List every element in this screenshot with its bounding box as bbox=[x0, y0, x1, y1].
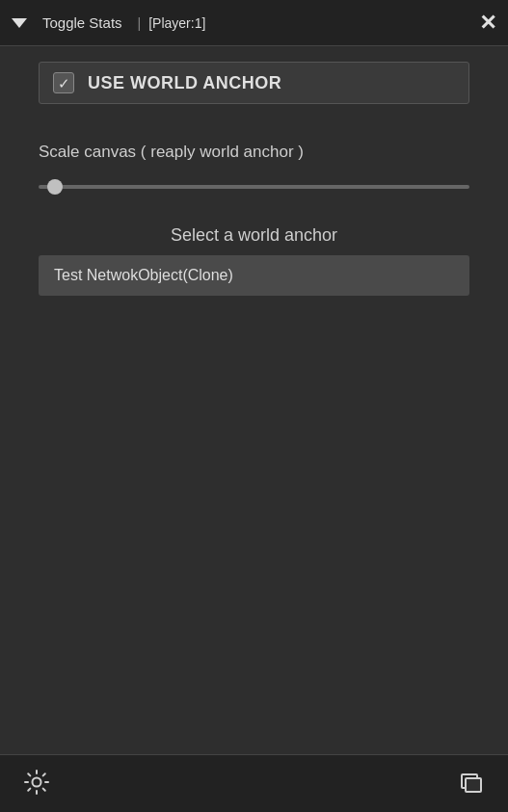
scale-canvas-title: Scale canvas ( reaply world anchor ) bbox=[39, 143, 469, 162]
toggle-stats-button[interactable]: Toggle Stats bbox=[35, 11, 130, 35]
copy-icon[interactable] bbox=[458, 769, 485, 799]
svg-point-0 bbox=[33, 777, 41, 786]
header: Toggle Stats | [Player:1] ✕ bbox=[0, 0, 508, 46]
gear-icon[interactable] bbox=[23, 769, 50, 799]
select-anchor-title: Select a world anchor bbox=[39, 225, 469, 246]
close-button[interactable]: ✕ bbox=[479, 13, 496, 34]
main-content: ✓ USE WORLD ANCHOR Scale canvas ( reaply… bbox=[0, 46, 508, 311]
header-left: Toggle Stats | [Player:1] bbox=[12, 11, 205, 35]
scale-slider-container bbox=[39, 177, 469, 196]
player-label: [Player:1] bbox=[148, 15, 205, 31]
scale-canvas-section: Scale canvas ( reaply world anchor ) bbox=[39, 143, 469, 196]
use-world-anchor-row[interactable]: ✓ USE WORLD ANCHOR bbox=[39, 62, 469, 104]
scale-canvas-slider[interactable] bbox=[39, 185, 469, 189]
footer bbox=[0, 754, 508, 812]
use-world-anchor-label: USE WORLD ANCHOR bbox=[88, 73, 281, 93]
svg-rect-2 bbox=[466, 778, 481, 792]
checkbox-check-icon: ✓ bbox=[58, 76, 70, 91]
use-world-anchor-checkbox[interactable]: ✓ bbox=[53, 72, 74, 93]
select-anchor-section: Select a world anchor Test NetwokObject(… bbox=[39, 225, 469, 296]
header-separator: | bbox=[138, 15, 142, 31]
anchor-select-button[interactable]: Test NetwokObject(Clone) bbox=[39, 255, 469, 296]
dropdown-arrow-icon[interactable] bbox=[12, 18, 27, 28]
